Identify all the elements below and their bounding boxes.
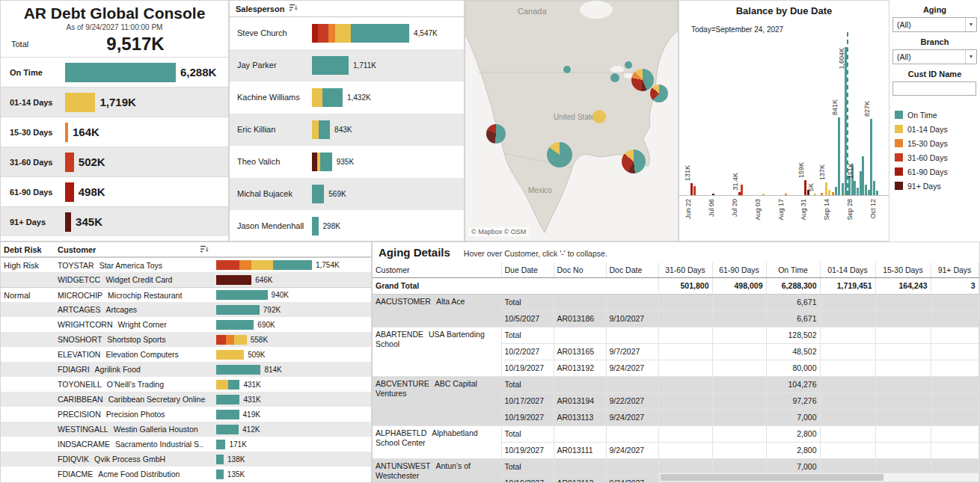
aging-row[interactable]: ABARTENDEUSA Bartending SchoolTotal128,5…	[373, 327, 979, 343]
sort-icon[interactable]	[289, 4, 298, 13]
balance-bar[interactable]	[690, 183, 693, 195]
balance-bar[interactable]	[832, 192, 834, 195]
column-header[interactable]: On Time	[766, 262, 820, 277]
debt-risk-row[interactable]: NormalMICROCHIPMicrochip Restaurant940K	[1, 287, 371, 302]
salesperson-row[interactable]: Steve Church4,547K	[230, 17, 464, 49]
debt-risk-bar[interactable]	[216, 425, 239, 434]
debt-risk-bar[interactable]	[216, 455, 224, 464]
aging-row[interactable]: ABCVENTUREABC Capital VenturesTotal104,2…	[373, 376, 979, 393]
debt-risk-row[interactable]: FDIACMEAcme Food Distribution135K	[1, 467, 371, 482]
debt-risk-bar[interactable]	[216, 350, 244, 360]
salesperson-bar[interactable]	[312, 88, 343, 107]
salesperson-row[interactable]: Theo Valich935K	[230, 146, 464, 178]
customer-cell[interactable]: ABARTENDEUSA Bartending School	[373, 327, 501, 376]
debt-risk-bar[interactable]	[216, 470, 224, 479]
aging-row[interactable]: AACUSTOMERAlta AceTotal6,671	[373, 294, 979, 310]
balance-bar[interactable]	[785, 194, 787, 195]
debt-risk-bar[interactable]	[216, 320, 254, 330]
debt-risk-bar[interactable]	[216, 440, 225, 449]
map-pie[interactable]	[610, 73, 619, 82]
customer-cell[interactable]: ALPHABETLDAlphabetland School Center	[373, 425, 501, 458]
balance-bar[interactable]	[828, 190, 830, 195]
salesperson-bar[interactable]	[312, 153, 332, 171]
map-pie[interactable]	[563, 66, 571, 73]
salesperson-bar[interactable]	[312, 120, 330, 139]
map-pie[interactable]	[486, 124, 506, 144]
column-header[interactable]: Due Date	[501, 262, 554, 277]
salesperson-row[interactable]: Eric Killian843K	[230, 114, 464, 146]
debt-risk-bar[interactable]	[216, 275, 251, 285]
map-pie[interactable]	[547, 142, 572, 167]
salesperson-bar[interactable]	[312, 185, 324, 203]
balance-bar[interactable]	[835, 187, 837, 195]
balance-bar[interactable]	[712, 194, 714, 195]
debt-risk-row[interactable]: WESTINGALLWestin Galleria Houston412K	[1, 422, 371, 437]
balance-bar[interactable]	[868, 190, 870, 195]
debt-risk-row[interactable]: High RiskTOYSTARStar America Toys1,754K	[1, 257, 371, 272]
debt-risk-row[interactable]: WIDGETCCWidget Credit Card646K	[1, 272, 371, 287]
salesperson-bar[interactable]	[312, 217, 319, 236]
debt-risk-bar[interactable]	[216, 335, 247, 345]
legend-item[interactable]: 01-14 Days	[895, 122, 980, 136]
debt-risk-row[interactable]: WRIGHTCORNWright Corner690K	[1, 317, 371, 332]
map-pie[interactable]	[622, 150, 646, 173]
map-pie[interactable]	[625, 61, 632, 69]
debt-risk-bar[interactable]	[216, 260, 312, 270]
legend-item[interactable]: 31-60 Days	[895, 150, 980, 164]
balance-bar[interactable]	[825, 182, 827, 195]
balance-bar[interactable]	[814, 194, 816, 195]
column-header[interactable]: Doc No	[554, 262, 606, 277]
map-pie[interactable]	[592, 110, 606, 123]
kpi-bucket-bar[interactable]	[65, 63, 176, 82]
balance-bar[interactable]	[873, 181, 875, 195]
kpi-bucket-bar[interactable]	[65, 182, 74, 202]
balance-bar[interactable]	[693, 186, 696, 195]
map-pie[interactable]	[631, 69, 654, 91]
balance-bar[interactable]	[854, 181, 856, 195]
column-header[interactable]: 15-30 Days	[875, 262, 931, 277]
aging-filter-dropdown[interactable]: (All) ▼	[892, 17, 977, 32]
balance-bar[interactable]	[862, 156, 864, 195]
salesperson-row[interactable]: Jay Parker1,711K	[230, 49, 464, 81]
salesperson-row[interactable]: Jason Mendenhall298K	[230, 210, 464, 242]
balance-bar[interactable]	[860, 171, 862, 195]
kpi-bucket-bar[interactable]	[65, 212, 71, 232]
column-header[interactable]: 91+ Days	[931, 262, 979, 277]
legend-item[interactable]: 15-30 Days	[895, 136, 980, 150]
balance-bar[interactable]	[821, 193, 823, 195]
balance-bar[interactable]	[870, 119, 872, 195]
horizontal-scrollbar[interactable]	[659, 473, 979, 482]
salesperson-row[interactable]: Michal Bujacek569K	[230, 178, 464, 210]
debt-risk-row[interactable]: PRECISIONPrecision Photos419K	[1, 407, 371, 422]
debt-risk-bar[interactable]	[216, 380, 239, 390]
debt-risk-bar[interactable]	[216, 305, 260, 315]
column-header[interactable]: 61-90 Days	[712, 262, 766, 277]
debt-risk-row[interactable]: ELEVATIONElevation Computers509K	[1, 347, 371, 362]
salesperson-bar[interactable]	[312, 56, 349, 75]
column-header[interactable]: 01-14 Days	[820, 262, 875, 277]
debt-risk-row[interactable]: FDIQVIKQvik Process GmbH138K	[1, 452, 371, 467]
debt-risk-row[interactable]: INDSACRAMESacramento Industrial S..171K	[1, 437, 371, 452]
column-header[interactable]: 31-60 Days	[658, 262, 712, 277]
balance-bar[interactable]	[738, 192, 741, 195]
debt-risk-row[interactable]: CARIBBEANCaribbean Secretary Online431K	[1, 392, 371, 407]
debt-risk-row[interactable]: SNOSHORTShortstop Sports558K	[1, 332, 371, 347]
kpi-bucket-bar[interactable]	[65, 123, 68, 142]
kpi-bucket-bar[interactable]	[65, 153, 74, 172]
customer-cell[interactable]: ANTUNSWESTAntun’s of Westchester	[373, 458, 501, 482]
scrollbar-thumb[interactable]	[661, 474, 883, 481]
balance-bar[interactable]	[762, 194, 765, 195]
balance-bar[interactable]	[804, 180, 806, 195]
chevron-down-icon[interactable]: ▼	[965, 50, 976, 64]
balance-bar[interactable]	[838, 117, 840, 195]
customer-cell[interactable]: AACUSTOMERAlta Ace	[373, 294, 501, 327]
grand-total-row[interactable]: Grand Total501,800498,0096,288,3001,719,…	[373, 277, 979, 294]
debt-risk-row[interactable]: TOYONEILLO’Neill’s Trading431K	[1, 377, 371, 392]
balance-bar[interactable]	[842, 183, 844, 195]
legend-item[interactable]: On Time	[895, 108, 980, 122]
balance-bar[interactable]	[865, 185, 867, 195]
cust-id-input[interactable]	[892, 81, 976, 96]
legend-item[interactable]: 61-90 Days	[895, 164, 980, 179]
aging-row[interactable]: ALPHABETLDAlphabetland School CenterTota…	[373, 425, 979, 442]
balance-bar[interactable]	[857, 188, 859, 195]
